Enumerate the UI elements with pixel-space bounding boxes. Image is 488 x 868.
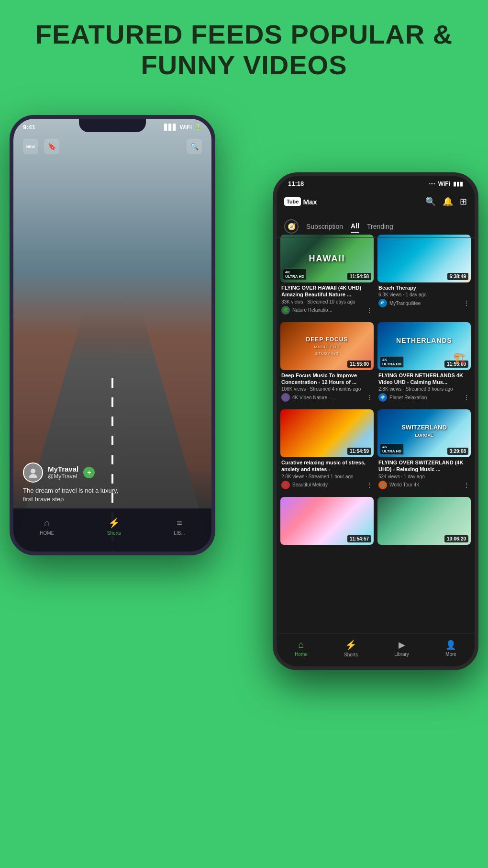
svg-point-1 <box>29 474 37 478</box>
channel-row-beach: 🌊 MyTranquilitee ⋮ <box>378 299 470 307</box>
compass-icon[interactable]: 🧭 <box>284 219 299 234</box>
video-card-deepfocus[interactable]: DEEP FOCUSMUSIC FOR STUDYING 11:55:00 De… <box>280 322 374 404</box>
video-meta-relaxing: 2.8K views · Streamed 1 hour ago <box>281 474 373 479</box>
new-icon-box[interactable]: NEW <box>23 139 38 154</box>
tab-subscription[interactable]: Subscription <box>306 221 343 232</box>
left-status-bar: 9:41 ▋▋▋ WiFi 🔋 <box>23 124 202 131</box>
channel-avatar-beach: 🌊 <box>378 299 387 307</box>
channel-info-relaxing: 🎼 Beautiful Melody <box>281 481 328 489</box>
rnav-item-more[interactable]: 👤 More <box>445 640 456 657</box>
user-name-col: MyTraval @MyTravel <box>48 465 78 480</box>
video-info-switzerland: FLYING OVER SWITZERLAND (4K UHD) - Relax… <box>377 457 471 491</box>
library-rnav-icon: ▶ <box>399 640 405 650</box>
thumb-deepfocus: DEEP FOCUSMUSIC FOR STUDYING 11:55:00 <box>280 322 374 370</box>
left-top-icons: NEW 🔖 🔍 <box>23 139 202 154</box>
more-dots-relaxing[interactable]: ⋮ <box>366 481 373 489</box>
more-rnav-icon: 👤 <box>445 640 456 650</box>
video-info-netherlands: FLYING OVER NETHERLANDS 4K Video UHD - C… <box>377 370 471 404</box>
search-icon: 🔍 <box>190 143 199 150</box>
hawaii-text: HAWAII <box>309 254 345 264</box>
more-dots-beach[interactable]: ⋮ <box>463 299 470 307</box>
channel-name-netherlands: Planet Relaxation <box>389 395 427 400</box>
logo-tube: Tube <box>284 197 301 206</box>
rnav-item-library[interactable]: ▶ Library <box>394 640 409 657</box>
video-title-hawaii: FLYING OVER HAWAII (4K UHD) Amazing Beau… <box>281 284 373 298</box>
battery-icon: ▮▮▮ <box>453 180 463 187</box>
channel-avatar-deepfocus: 🎵 <box>281 393 290 402</box>
left-bottom-nav: ⌂ HOME ⚡ Shorts ≡ LIB... <box>13 508 211 552</box>
channel-info-hawaii: 🌿 Nature Relaxation Mu... <box>281 306 335 315</box>
video-card-relaxing[interactable]: 11:54:59 Curative relaxing music of stre… <box>280 409 374 491</box>
more-dots-deepfocus[interactable]: ⋮ <box>366 394 373 401</box>
video-meta-deepfocus: 106K views · Streamed 4 months ago <box>281 386 373 392</box>
channel-row-deepfocus: 🎵 4K Video Nature - Foc... ⋮ <box>281 393 373 402</box>
home-rnav-icon: ⌂ <box>298 639 304 650</box>
channel-info-deepfocus: 🎵 4K Video Nature - Foc... <box>281 393 335 402</box>
video-card-switzerland[interactable]: SWITZERLANDEUROPE 4KULTRA HD 3:29:08 FLY… <box>377 409 471 491</box>
new-label: NEW <box>26 145 35 149</box>
avatar <box>23 462 43 483</box>
switzerland-text: SWITZERLANDEUROPE <box>401 424 447 438</box>
logo-max: Max <box>303 198 317 206</box>
user-overlay: MyTraval @MyTravel + The dream of travel… <box>23 462 202 504</box>
bookmark-icon: 🔖 <box>48 143 56 150</box>
side-button-left <box>10 205 11 234</box>
video-grid: HAWAII 4KULTRA HD 11:54:58 FLYING OVER H… <box>277 235 475 633</box>
video-meta-hawaii: 33K views · Streamed 10 days ago <box>281 299 373 304</box>
video-meta-netherlands: 2.8K views · Streamed 3 hours ago <box>378 386 470 392</box>
more-dots-switzerland[interactable]: ⋮ <box>463 481 470 489</box>
alarm-icon[interactable]: 🔔 <box>443 196 453 207</box>
library-label: LIB... <box>174 530 185 536</box>
rnav-item-shorts[interactable]: ⚡ Shorts <box>344 639 358 657</box>
duration-relaxing: 11:54:59 <box>347 448 371 455</box>
channel-info-beach: 🌊 MyTranquilitee <box>378 299 421 307</box>
tab-all[interactable]: All <box>351 220 359 233</box>
search-icon-box[interactable]: 🔍 <box>187 139 202 154</box>
header-icons: 🔍 🔔 ⊞ <box>425 196 467 207</box>
duration-beach: 6:38:49 <box>447 273 468 280</box>
video-info-deepfocus: Deep Focus Music To Improve Concentratio… <box>280 370 374 404</box>
netherlands-text: NETHERLANDS <box>396 337 452 344</box>
thumb-switzerland: SWITZERLANDEUROPE 4KULTRA HD 3:29:08 <box>377 409 471 457</box>
signal-icon: ▋▋▋ <box>164 124 177 131</box>
more-dots-hawaii[interactable]: ⋮ <box>366 306 373 314</box>
thumb-cherry: 11:54:57 <box>280 497 374 545</box>
duration-deepfocus: 11:55:00 <box>347 361 371 368</box>
nav-item-shorts[interactable]: ⚡ Shorts <box>107 517 121 536</box>
video-info-relaxing: Curative relaxing music of stress, anxie… <box>280 457 374 491</box>
channel-avatar-netherlands: 🌍 <box>378 393 387 402</box>
nav-item-library[interactable]: ≡ LIB... <box>174 518 185 536</box>
more-rnav-label: More <box>445 652 456 657</box>
channel-avatar-switzerland: 🌐 <box>378 481 387 489</box>
rnav-item-home[interactable]: ⌂ Home <box>295 639 308 657</box>
video-card-beach[interactable]: 6:38:49 Beach Therapy 6.3K views · 1 day… <box>377 235 471 316</box>
grid-icon[interactable]: ⊞ <box>460 196 467 207</box>
video-title-switzerland: FLYING OVER SWITZERLAND (4K UHD) - Relax… <box>378 459 470 473</box>
wifi-icon: WiFi <box>438 180 450 187</box>
duration-hawaii: 11:54:58 <box>347 273 371 280</box>
follow-button[interactable]: + <box>83 467 95 478</box>
tab-trending[interactable]: Trending <box>367 221 393 232</box>
video-card-hawaii[interactable]: HAWAII 4KULTRA HD 11:54:58 FLYING OVER H… <box>280 235 374 316</box>
channel-row-switzerland: 🌐 World Tour 4K ⋮ <box>378 481 470 489</box>
nav-item-home[interactable]: ⌂ HOME <box>40 518 54 536</box>
svg-point-0 <box>31 469 35 473</box>
video-card-cabin[interactable]: 10:06:20 <box>377 497 471 545</box>
video-card-netherlands[interactable]: NETHERLANDS 4KULTRA HD 11:55:00 🏗️ FLYIN… <box>377 322 471 404</box>
search-header-icon[interactable]: 🔍 <box>425 196 436 207</box>
thumb-cabin: 10:06:20 <box>377 497 471 545</box>
channel-avatar-hawaii: 🌿 <box>281 306 290 315</box>
video-title-netherlands: FLYING OVER NETHERLANDS 4K Video UHD - C… <box>378 372 470 386</box>
bookmark-icon-box[interactable]: 🔖 <box>44 139 59 154</box>
video-row-3: 11:54:59 Curative relaxing music of stre… <box>280 409 471 491</box>
video-card-cherry[interactable]: 11:54:57 <box>280 497 374 545</box>
right-bottom-nav: ⌂ Home ⚡ Shorts ▶ Library 👤 More <box>277 633 475 666</box>
video-title-relaxing: Curative relaxing music of stress, anxie… <box>281 459 373 473</box>
channel-info-netherlands: 🌍 Planet Relaxation <box>378 393 427 402</box>
more-dots-netherlands[interactable]: ⋮ <box>463 394 470 401</box>
video-row-1: HAWAII 4KULTRA HD 11:54:58 FLYING OVER H… <box>280 235 471 316</box>
quality-badge-netherlands: 4KULTRA HD <box>380 356 404 368</box>
channel-row-hawaii: 🌿 Nature Relaxation Mu... ⋮ <box>281 306 373 315</box>
phone-left: 9:41 ▋▋▋ WiFi 🔋 NEW 🔖 � <box>10 115 215 555</box>
shorts-rnav-label: Shorts <box>344 652 358 657</box>
